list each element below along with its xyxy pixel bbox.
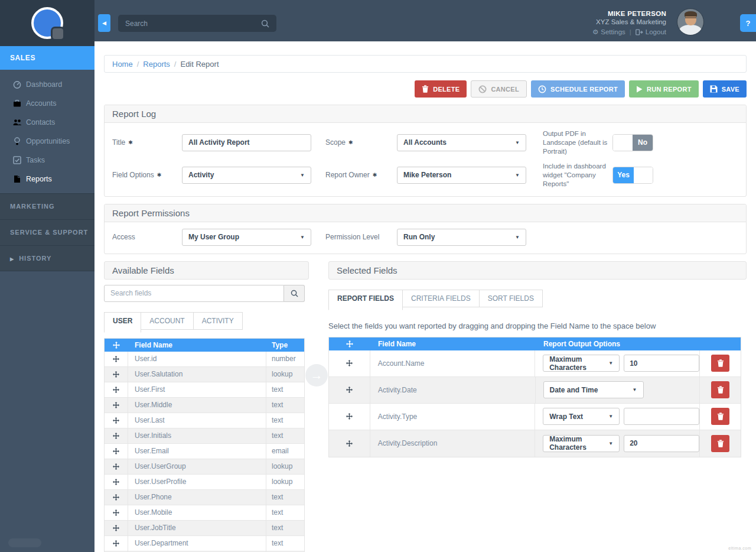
move-icon[interactable] [105, 536, 128, 551]
schedule-report-button[interactable]: SCHEDULE REPORT [531, 80, 625, 98]
fields-search-button[interactable] [284, 285, 305, 302]
selected-fields-title: Selected Fields [328, 261, 747, 280]
table-row[interactable]: User.Mobiletext [105, 505, 304, 521]
field-type: text [266, 428, 304, 443]
output-options-cell: Maximum Characters▼ [535, 430, 700, 457]
sidebar-item-accounts[interactable]: Accounts [0, 94, 94, 113]
delete-row-button[interactable] [711, 408, 729, 425]
output-option-select[interactable]: Maximum Characters▼ [543, 355, 620, 372]
panel-title: Report Permissions [105, 204, 746, 222]
table-row[interactable]: User.UserProfilelookup [105, 475, 304, 490]
table-rows: Account.Name Maximum Characters▼ Activit… [329, 350, 741, 457]
sidebar-item-contacts[interactable]: Contacts [0, 113, 94, 132]
breadcrumb-home[interactable]: Home [112, 60, 133, 69]
table-row[interactable]: Activity.Date Date and Time▼ [329, 377, 741, 404]
help-button[interactable]: ? [740, 14, 756, 32]
table-row[interactable]: Activity.Type Wrap Text▼ [329, 404, 741, 430]
move-icon[interactable] [105, 367, 128, 382]
table-row[interactable]: User.Initialstext [105, 428, 304, 444]
sidebar-section-sales[interactable]: SALES [0, 46, 94, 70]
move-icon[interactable] [105, 490, 128, 505]
table-row[interactable]: Activity.Description Maximum Characters▼ [329, 430, 741, 457]
field-name: User.id [128, 352, 266, 366]
output-option-select[interactable]: Wrap Text▼ [543, 408, 620, 425]
table-row[interactable]: User.UserGrouplookup [105, 459, 304, 475]
max-chars-input[interactable] [624, 355, 699, 372]
global-search-input[interactable] [125, 20, 261, 28]
table-row[interactable]: User.JobTitletext [105, 521, 304, 536]
table-row[interactable]: User.Phonetext [105, 490, 304, 505]
move-icon[interactable] [105, 428, 128, 443]
move-icon[interactable] [105, 352, 128, 366]
sidebar-item-opportunities[interactable]: Opportunities [0, 132, 94, 151]
chevron-down-icon: ▼ [633, 387, 637, 392]
tab-user[interactable]: USER [104, 312, 141, 333]
logout-link[interactable]: Logout [636, 28, 666, 35]
move-icon[interactable] [105, 444, 128, 459]
field-options-select[interactable]: Activity▼ [182, 167, 311, 184]
table-row[interactable]: User.Lasttext [105, 413, 304, 428]
sidebar-item-reports[interactable]: Reports [0, 170, 94, 189]
move-icon[interactable] [329, 430, 370, 457]
move-icon[interactable] [105, 505, 128, 520]
save-button[interactable]: SAVE [703, 80, 747, 98]
move-icon[interactable] [105, 382, 128, 397]
max-chars-input[interactable] [624, 435, 699, 452]
delete-row-button[interactable] [711, 355, 729, 372]
sidebar-collapse-button[interactable]: ◀ [98, 14, 110, 32]
move-icon[interactable] [105, 475, 128, 489]
play-icon [636, 86, 643, 93]
sidebar-item-dashboard[interactable]: Dashboard [0, 75, 94, 94]
tab-activity[interactable]: ACTIVITY [193, 312, 243, 330]
field-name: User.Middle [128, 398, 266, 413]
move-icon[interactable] [329, 404, 370, 430]
sidebar-section-service[interactable]: SERVICE & SUPPORT [0, 219, 94, 245]
user-avatar[interactable] [677, 8, 704, 35]
move-icon[interactable] [329, 350, 370, 376]
fields-search-input[interactable] [104, 285, 284, 302]
permission-level-select[interactable]: Run Only▼ [397, 229, 526, 246]
output-option-select[interactable]: Maximum Characters▼ [543, 435, 620, 452]
report-owner-select[interactable]: Mike Peterson▼ [397, 167, 526, 184]
table-row[interactable]: Account.Name Maximum Characters▼ [329, 350, 741, 377]
table-row[interactable]: User.idnumber [105, 352, 304, 367]
field-type: text [266, 398, 304, 413]
row-actions [700, 350, 741, 376]
delete-row-button[interactable] [711, 435, 729, 452]
tab-sort-fields[interactable]: SORT FIELDS [479, 290, 543, 307]
delete-row-button[interactable] [711, 381, 729, 398]
move-icon[interactable] [105, 459, 128, 474]
pdf-landscape-label: Output PDF in Landscape (default is Port… [543, 129, 608, 156]
table-row[interactable]: User.Departmenttext [105, 536, 304, 551]
tab-criteria-fields[interactable]: CRITERIA FIELDS [402, 290, 480, 307]
table-row[interactable]: User.Salutationlookup [105, 367, 304, 382]
move-icon[interactable] [105, 521, 128, 535]
report-log-panel: Report Log Title✱ Scope✱ All Accounts▼ O… [104, 105, 747, 197]
table-row[interactable]: User.Middletext [105, 398, 304, 413]
move-icon[interactable] [329, 377, 370, 403]
move-icon[interactable] [105, 398, 128, 413]
app-logo[interactable] [31, 7, 63, 39]
sidebar-section-history[interactable]: ▶HISTORY [0, 245, 94, 271]
access-select[interactable]: My User Group▼ [182, 229, 311, 246]
title-input[interactable] [182, 134, 311, 151]
dashboard-widget-toggle[interactable]: Yes [612, 167, 653, 184]
settings-link[interactable]: ⚙Settings [592, 28, 625, 36]
table-row[interactable]: User.Firsttext [105, 382, 304, 398]
tab-report-fields[interactable]: REPORT FIELDS [328, 290, 403, 310]
search-icon[interactable] [261, 20, 269, 28]
move-icon[interactable] [105, 413, 128, 428]
max-chars-input[interactable] [624, 408, 699, 425]
tab-account[interactable]: ACCOUNT [141, 312, 193, 330]
delete-button[interactable]: DELETE [415, 80, 467, 98]
run-report-button[interactable]: RUN REPORT [629, 80, 699, 98]
output-option-select[interactable]: Date and Time▼ [543, 381, 644, 398]
table-header: Field Name Type [105, 339, 304, 352]
table-row[interactable]: User.Emailemail [105, 444, 304, 459]
sidebar-item-tasks[interactable]: Tasks [0, 151, 94, 170]
breadcrumb-reports[interactable]: Reports [143, 60, 170, 69]
sidebar-section-marketing[interactable]: MARKETING [0, 193, 94, 219]
cancel-button[interactable]: CANCEL [471, 80, 527, 98]
scope-select[interactable]: All Accounts▼ [397, 134, 526, 151]
pdf-landscape-toggle[interactable]: No [612, 134, 653, 151]
